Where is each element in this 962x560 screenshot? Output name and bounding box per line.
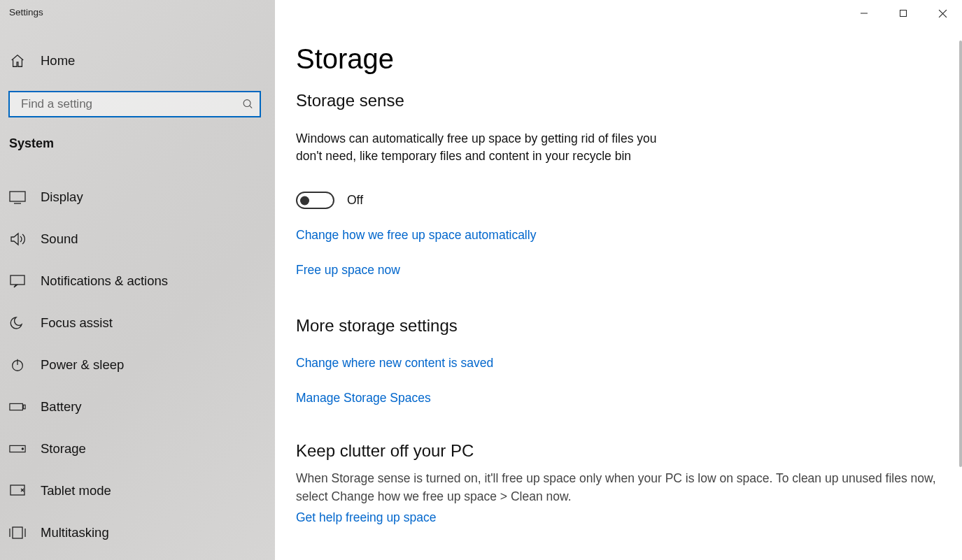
settings-window: Settings Home System Dis (0, 0, 962, 560)
search-box[interactable] (8, 91, 261, 117)
svg-rect-13 (13, 527, 22, 538)
sidebar-item-focus-assist[interactable]: Focus assist (0, 302, 275, 344)
sidebar-item-label: Notifications & actions (41, 273, 168, 289)
search-icon (242, 99, 254, 110)
svg-rect-2 (10, 192, 25, 201)
storage-sense-toggle-label: Off (347, 193, 363, 208)
power-icon (9, 357, 26, 373)
vertical-scrollbar[interactable] (959, 41, 962, 467)
sidebar-item-label: Sound (41, 231, 78, 247)
home-icon (9, 52, 26, 69)
sidebar-item-label: Battery (41, 399, 82, 415)
search-input[interactable] (8, 91, 261, 117)
focus-assist-icon (9, 315, 26, 331)
main-content: Storage Storage sense Windows can automa… (275, 0, 962, 560)
display-icon (9, 189, 26, 206)
link-manage-storage-spaces[interactable]: Manage Storage Spaces (296, 391, 431, 405)
svg-point-10 (22, 448, 23, 450)
tablet-mode-icon (9, 482, 26, 499)
sidebar-item-battery[interactable]: Battery (0, 386, 275, 428)
notifications-icon (9, 273, 26, 289)
link-change-auto[interactable]: Change how we free up space automaticall… (296, 228, 536, 243)
home-label: Home (41, 53, 75, 69)
sidebar-item-display[interactable]: Display (0, 176, 275, 218)
minimize-button[interactable] (844, 0, 884, 27)
maximize-button[interactable] (884, 0, 923, 27)
battery-icon (9, 399, 26, 415)
sidebar-item-label: Storage (41, 441, 86, 457)
svg-line-1 (250, 106, 253, 108)
sidebar-item-tablet-mode[interactable]: Tablet mode (0, 470, 275, 512)
sidebar: Settings Home System Dis (0, 0, 275, 560)
window-title: Settings (9, 7, 43, 17)
link-change-save-location[interactable]: Change where new content is saved (296, 356, 493, 371)
storage-icon (9, 440, 26, 457)
clutter-description: When Storage sense is turned on, it'll f… (296, 470, 947, 505)
multitasking-icon (9, 524, 26, 541)
close-button[interactable] (923, 0, 962, 27)
sidebar-nav: Display Sound Notifications & actions Fo… (0, 176, 275, 554)
link-get-help-freeing-space[interactable]: Get help freeing up space (296, 510, 436, 525)
sidebar-item-power-sleep[interactable]: Power & sleep (0, 344, 275, 386)
sidebar-item-notifications[interactable]: Notifications & actions (0, 260, 275, 302)
sidebar-item-label: Display (41, 189, 83, 205)
sidebar-item-storage[interactable]: Storage (0, 428, 275, 470)
svg-rect-7 (10, 403, 22, 410)
storage-sense-description: Windows can automatically free up space … (296, 130, 667, 165)
storage-sense-toggle-row: Off (296, 192, 363, 209)
link-free-now[interactable]: Free up space now (296, 263, 400, 278)
svg-point-0 (243, 100, 250, 107)
sidebar-item-label: Multitasking (41, 525, 109, 540)
clutter-heading: Keep clutter off your PC (296, 441, 474, 461)
sidebar-item-label: Tablet mode (41, 483, 111, 498)
sidebar-category-header: System (9, 136, 54, 151)
storage-sense-toggle[interactable] (296, 192, 334, 209)
home-button[interactable]: Home (9, 52, 75, 69)
page-title: Storage (296, 43, 394, 75)
sound-icon (9, 231, 26, 247)
sidebar-item-label: Focus assist (41, 315, 113, 331)
sidebar-item-label: Power & sleep (41, 357, 124, 373)
sidebar-item-sound[interactable]: Sound (0, 218, 275, 260)
sidebar-item-multitasking[interactable]: Multitasking (0, 512, 275, 554)
svg-rect-4 (10, 275, 24, 285)
svg-rect-8 (23, 405, 25, 409)
titlebar-controls (844, 0, 962, 27)
svg-rect-16 (900, 10, 907, 17)
more-settings-heading: More storage settings (296, 316, 458, 336)
storage-sense-heading: Storage sense (296, 91, 404, 110)
